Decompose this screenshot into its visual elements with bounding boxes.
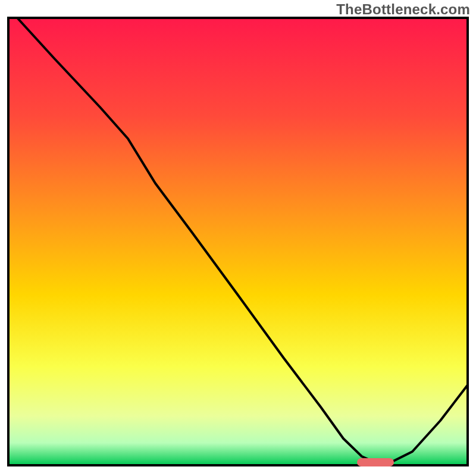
gradient-background — [8, 18, 468, 465]
watermark-text: TheBottleneck.com — [336, 1, 470, 18]
optimal-range-marker — [357, 458, 394, 466]
chart-svg — [0, 0, 476, 476]
bottleneck-chart: TheBottleneck.com — [0, 0, 476, 476]
plot-area — [8, 18, 468, 466]
